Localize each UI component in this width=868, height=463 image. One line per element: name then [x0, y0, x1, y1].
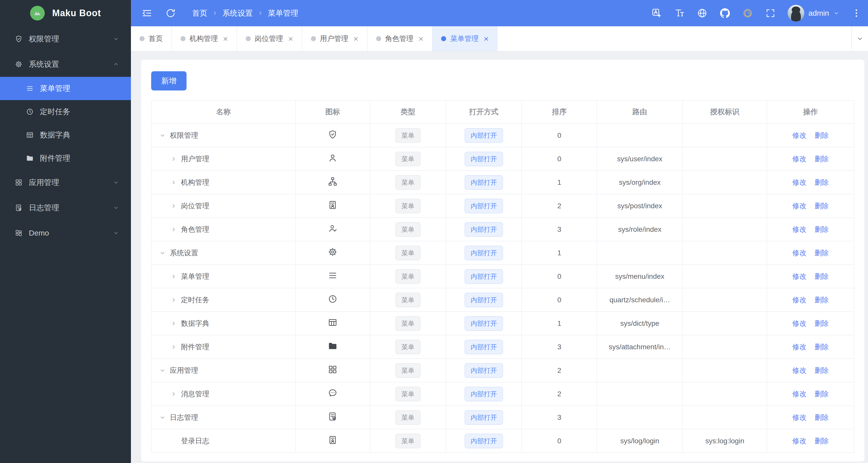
edit-link[interactable]: 修改	[793, 249, 807, 257]
table-row: 系统设置菜单内部打开1修改删除	[151, 241, 854, 265]
tab-角色管理[interactable]: 角色管理×	[368, 26, 433, 51]
tree-expand-icon[interactable]	[170, 320, 177, 327]
delete-link[interactable]: 删除	[815, 272, 829, 280]
tabbar-dropdown-button[interactable]	[851, 26, 868, 51]
delete-link[interactable]: 删除	[815, 319, 829, 327]
topbar-gitee-button[interactable]	[742, 7, 753, 19]
close-tab-icon[interactable]: ×	[484, 34, 489, 43]
name-cell-content: 附件管理	[152, 342, 295, 352]
delete-link[interactable]: 删除	[815, 367, 829, 374]
sidebar-item-system[interactable]: 系统设置	[0, 52, 131, 77]
delete-link[interactable]: 删除	[815, 225, 829, 233]
tree-expand-icon[interactable]	[170, 297, 177, 303]
type-cell: 菜单	[370, 429, 446, 453]
delete-link[interactable]: 删除	[815, 155, 829, 163]
close-tab-icon[interactable]: ×	[353, 34, 359, 43]
breadcrumb-item[interactable]: 菜单管理	[268, 8, 298, 19]
sidebar-item-schedule[interactable]: 定时任务	[0, 100, 131, 123]
collapse-menu-icon	[141, 7, 153, 19]
edit-link[interactable]: 修改	[793, 437, 807, 445]
sidebar-item-permission[interactable]: 权限管理	[0, 26, 131, 52]
topbar-font-size-button[interactable]	[674, 7, 685, 19]
topbar-language-globe-button[interactable]	[696, 7, 708, 19]
sidebar-item-dict[interactable]: 数据字典	[0, 123, 131, 147]
sidebar-nav: 权限管理系统设置菜单管理定时任务数据字典附件管理应用管理日志管理Demo	[0, 26, 131, 246]
edit-link[interactable]: 修改	[793, 413, 807, 421]
close-tab-icon[interactable]: ×	[288, 34, 293, 43]
tab-dot-icon	[376, 36, 381, 41]
close-tab-icon[interactable]: ×	[418, 34, 424, 43]
user-menu[interactable]: admin	[787, 5, 840, 22]
delete-link[interactable]: 删除	[815, 413, 829, 421]
tree-collapse-icon[interactable]	[159, 250, 166, 256]
edit-link[interactable]: 修改	[793, 179, 807, 186]
breadcrumb-item[interactable]: 首页	[192, 8, 207, 19]
tab-菜单管理[interactable]: 菜单管理×	[432, 26, 498, 51]
delete-link[interactable]: 删除	[815, 390, 829, 398]
tree-expand-icon[interactable]	[170, 391, 177, 397]
type-tag: 菜单	[395, 292, 421, 307]
edit-link[interactable]: 修改	[793, 225, 807, 233]
open-mode-cell: 内部打开	[446, 429, 522, 453]
close-tab-icon[interactable]: ×	[223, 34, 228, 43]
type-cell: 菜单	[370, 147, 446, 171]
avatar[interactable]	[787, 5, 804, 22]
tree-expand-icon[interactable]	[170, 179, 177, 186]
tree-collapse-icon[interactable]	[159, 367, 166, 374]
topbar-fullscreen-button[interactable]	[765, 7, 776, 19]
name-cell-content: 菜单管理	[152, 272, 295, 281]
name-cell: 消息管理	[151, 382, 296, 406]
table-header-row: 名称图标类型打开方式排序路由授权标识操作	[151, 100, 854, 124]
auth-cell	[683, 265, 767, 288]
tab-首页[interactable]: 首页	[131, 26, 172, 51]
tree-expand-icon[interactable]	[170, 226, 177, 233]
breadcrumb-item[interactable]: 系统设置	[222, 8, 253, 19]
edit-link[interactable]: 修改	[793, 367, 807, 374]
topbar-collapse-menu-button[interactable]	[141, 7, 153, 19]
topbar-refresh-button[interactable]	[165, 7, 177, 19]
tree-expand-icon[interactable]	[170, 273, 177, 280]
edit-link[interactable]: 修改	[793, 390, 807, 398]
edit-link[interactable]: 修改	[793, 272, 807, 280]
tab-机构管理[interactable]: 机构管理×	[172, 26, 237, 51]
add-button[interactable]: 新增	[151, 71, 187, 90]
delete-link[interactable]: 删除	[815, 296, 829, 304]
delete-link[interactable]: 删除	[815, 343, 829, 351]
tab-岗位管理[interactable]: 岗位管理×	[237, 26, 302, 51]
edit-link[interactable]: 修改	[793, 155, 807, 163]
table-row: 应用管理菜单内部打开2修改删除	[151, 359, 854, 382]
sidebar-item-app[interactable]: 应用管理	[0, 170, 131, 195]
tabbar: 首页机构管理×岗位管理×用户管理×角色管理×菜单管理×	[131, 26, 868, 52]
sidebar-item-label: 权限管理	[29, 34, 59, 44]
tree-collapse-icon[interactable]	[159, 132, 166, 139]
edit-link[interactable]: 修改	[793, 202, 807, 210]
topbar-github-button[interactable]	[719, 7, 731, 19]
tree-expand-icon[interactable]	[170, 203, 177, 209]
delete-link[interactable]: 删除	[815, 179, 829, 186]
edit-link[interactable]: 修改	[793, 319, 807, 327]
sidebar-item-log[interactable]: 日志管理	[0, 195, 131, 220]
tree-expand-icon[interactable]	[170, 344, 177, 350]
chevron-down-icon	[113, 179, 119, 186]
tree-expand-icon[interactable]	[170, 156, 177, 162]
name-cell: 用户管理	[151, 147, 296, 171]
topbar-translate-button[interactable]	[651, 7, 662, 19]
delete-link[interactable]: 删除	[815, 202, 829, 210]
tab-用户管理[interactable]: 用户管理×	[302, 26, 368, 51]
auth-cell	[683, 218, 767, 241]
open-mode-cell: 内部打开	[446, 406, 522, 429]
type-cell: 菜单	[370, 359, 446, 382]
tree-collapse-icon[interactable]	[159, 414, 166, 421]
edit-link[interactable]: 修改	[793, 131, 807, 139]
sidebar-item-menu[interactable]: 菜单管理	[0, 77, 131, 100]
edit-link[interactable]: 修改	[793, 343, 807, 351]
edit-link[interactable]: 修改	[793, 296, 807, 304]
sidebar-item-attachment[interactable]: 附件管理	[0, 147, 131, 170]
type-tag: 菜单	[395, 340, 421, 354]
delete-link[interactable]: 删除	[815, 249, 829, 257]
delete-link[interactable]: 删除	[815, 131, 829, 139]
more-menu-button[interactable]	[851, 8, 861, 18]
delete-link[interactable]: 删除	[815, 437, 829, 445]
sidebar-item-demo[interactable]: Demo	[0, 220, 131, 246]
table-grid-icon	[328, 317, 338, 328]
